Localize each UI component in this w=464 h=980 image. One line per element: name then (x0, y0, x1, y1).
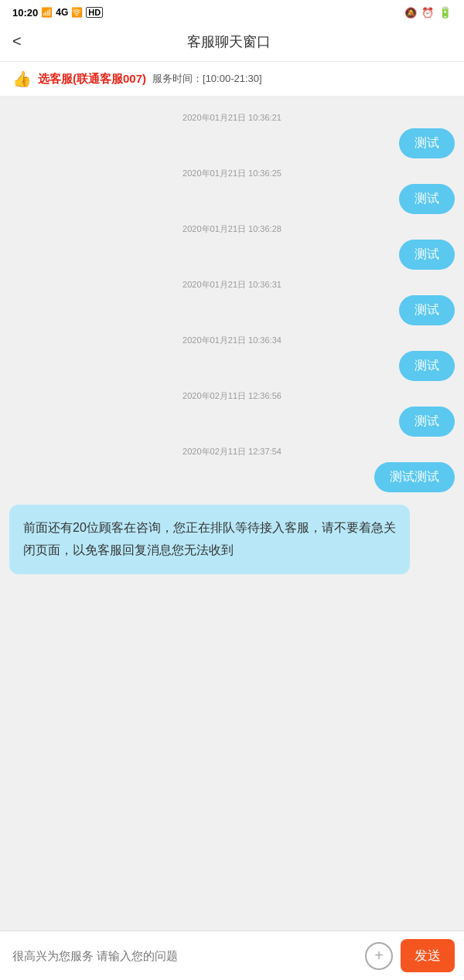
user-message-bubble: 测试测试 (374, 462, 455, 492)
user-message-bubble: 测试 (399, 295, 455, 325)
message-timestamp: 2020年02月11日 12:36:56 (9, 390, 455, 402)
hd-label: HD (86, 7, 103, 18)
battery-icon: 🔋 (438, 6, 452, 19)
input-area: + 发送 (0, 931, 464, 980)
queue-message: 前面还有20位顾客在咨询，您正在排队等待接入客服，请不要着急关闭页面，以免客服回… (9, 505, 410, 574)
signal-icon: 📶 (41, 7, 53, 18)
message-group: 测试 (9, 295, 455, 325)
message-timestamp: 2020年01月21日 10:36:31 (9, 279, 455, 291)
message-timestamp: 2020年01月21日 10:36:34 (9, 335, 455, 346)
status-left: 10:20 📶 4G 🛜 HD (12, 7, 103, 19)
wifi-icon: 🛜 (71, 7, 83, 18)
user-message-bubble: 测试 (399, 240, 455, 270)
alarm-icon: ⏰ (421, 7, 434, 19)
page-title: 客服聊天窗口 (28, 32, 430, 51)
status-right: 🔕 ⏰ 🔋 (404, 6, 452, 19)
back-button[interactable]: < (12, 29, 28, 53)
signal-4g: 4G (56, 7, 68, 18)
user-message-bubble: 测试 (399, 128, 455, 158)
service-bar: 👍 选客服(联通客服007) 服务时间：[10:00-21:30] (0, 62, 464, 97)
header: < 客服聊天窗口 (0, 22, 464, 62)
mute-icon: 🔕 (404, 7, 417, 19)
user-message-bubble: 测试 (399, 351, 455, 381)
service-time: 服务时间：[10:00-21:30] (152, 72, 262, 86)
user-message-bubble: 测试 (399, 184, 455, 214)
add-button[interactable]: + (365, 942, 393, 970)
message-timestamp: 2020年01月21日 10:36:21 (9, 112, 455, 124)
message-group: 测试 (9, 128, 455, 158)
send-button[interactable]: 发送 (401, 939, 455, 972)
message-group: 测试 (9, 407, 455, 437)
service-name[interactable]: 选客服(联通客服007) (38, 72, 146, 87)
message-timestamp: 2020年01月21日 10:36:28 (9, 223, 455, 235)
message-group: 测试 (9, 184, 455, 214)
status-bar: 10:20 📶 4G 🛜 HD 🔕 ⏰ 🔋 (0, 0, 464, 22)
chat-input[interactable] (9, 941, 357, 971)
chat-area: 2020年01月21日 10:36:21测试2020年01月21日 10:36:… (0, 97, 464, 931)
message-group: 测试测试 (9, 462, 455, 492)
thumb-icon: 👍 (12, 70, 32, 88)
message-timestamp: 2020年02月11日 12:37:54 (9, 446, 455, 458)
user-message-bubble: 测试 (399, 407, 455, 437)
message-timestamp: 2020年01月21日 10:36:25 (9, 168, 455, 179)
message-group: 测试 (9, 351, 455, 381)
message-group: 测试 (9, 240, 455, 270)
time-display: 10:20 (12, 7, 38, 19)
